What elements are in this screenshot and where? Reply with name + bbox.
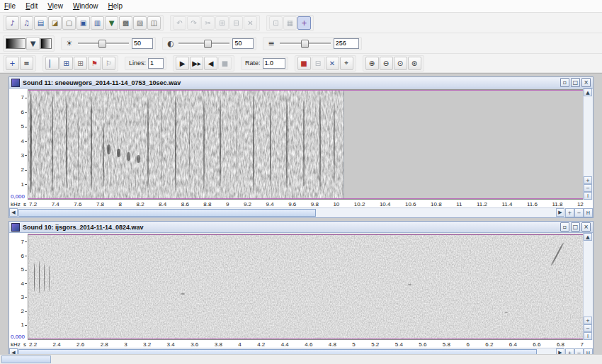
horizontal-scroll-thumb[interactable] [18, 209, 316, 217]
app-scroll-thumb[interactable] [1, 356, 51, 363]
zoom-out-vertical-button[interactable]: − [584, 324, 592, 332]
marker-icon[interactable]: ■ [297, 57, 311, 70]
menu-item[interactable]: Edit [25, 2, 38, 10]
brightness-value-input[interactable] [132, 38, 153, 49]
contrast-value-input[interactable] [232, 38, 254, 49]
play-button[interactable]: ▶ [176, 57, 189, 70]
add-line-icon[interactable]: + [6, 57, 19, 70]
resolution-value-input[interactable] [334, 38, 359, 49]
x-axis-tick: 6 [466, 341, 469, 348]
table-header-icon[interactable]: ⊞ [59, 57, 73, 70]
step-back-button[interactable]: ◀ [204, 57, 217, 70]
fit-vertical-button[interactable]: I [584, 192, 592, 200]
y-axis-tick: 3 [9, 295, 27, 300]
zoom-in-vertical-button[interactable]: + [584, 176, 592, 184]
flag-red-icon[interactable]: ⚑ [88, 57, 101, 70]
speaker-add-icon[interactable]: ♫ [20, 16, 33, 30]
y-axis-tick: 1 [9, 182, 27, 188]
vertical-scrollbar[interactable]: ▲ +−I [583, 89, 593, 200]
vertical-scrollbar[interactable]: ▲ +−I [583, 233, 593, 340]
display-toolbar: ▼ ☀ ◐ ≡ [0, 33, 602, 54]
palette-dropdown-arrow[interactable]: ▼ [26, 37, 40, 50]
fit-vertical-button[interactable]: I [584, 332, 592, 340]
brightness-slider[interactable] [78, 38, 129, 48]
import-icon[interactable]: ▼ [105, 16, 118, 30]
window-titlebar[interactable]: Sound 10: ijsgors_2014-11-14_0824.wav ▫□… [9, 222, 593, 233]
maximize-button[interactable]: □ [571, 222, 580, 232]
play-to-end-button[interactable]: ▶▸ [190, 57, 203, 70]
palette-preview[interactable] [6, 38, 25, 49]
minimize-button[interactable]: ▫ [560, 222, 569, 232]
crosshair-icon[interactable]: ⌖ [340, 57, 353, 70]
vertical-ruler-icon[interactable]: ▏ [45, 57, 59, 70]
channels-icon[interactable]: + [297, 16, 311, 30]
rate-input[interactable] [263, 58, 285, 69]
maximize-button[interactable]: □ [571, 78, 580, 87]
window-titlebar[interactable]: Sound 11: sneeuwgors_2014-11-14_0753_10s… [9, 77, 593, 89]
invert-palette-button[interactable] [40, 38, 52, 49]
spectrogram-mark [189, 108, 190, 184]
fit-horizontal-button[interactable]: H [584, 208, 593, 217]
file-toolbar-group: ♪♫▤◪▢▣▥▼▩▨◫ [3, 15, 164, 31]
zoom-in-icon[interactable]: ⊕ [365, 57, 379, 70]
scroll-right-button[interactable]: ▶ [556, 208, 564, 217]
page-setup-icon[interactable]: ▨ [133, 16, 147, 30]
spectrogram-mark [44, 263, 45, 290]
zoom-selection-icon[interactable]: ⊛ [408, 57, 421, 70]
minimize-button[interactable]: ▫ [560, 78, 569, 87]
x-axis-tick: 6.2 [485, 341, 493, 348]
scroll-up-button[interactable]: ▲ [584, 233, 592, 241]
slider-thumb[interactable] [301, 40, 309, 48]
vertical-scroll-track[interactable] [584, 96, 593, 176]
close-button[interactable]: × [581, 78, 591, 87]
app-horizontal-scrollbar[interactable] [0, 354, 602, 364]
spectrogram-mark [334, 103, 335, 183]
spectrogram[interactable] [28, 234, 584, 340]
save-as-icon[interactable]: ▥ [91, 16, 104, 30]
zoom-fit-icon[interactable]: ⊙ [394, 57, 407, 70]
zoom-out-horizontal-button[interactable]: − [574, 208, 584, 217]
spectrogram-bottom-line [28, 339, 583, 339]
spectrogram[interactable] [28, 89, 584, 200]
contrast-slider[interactable] [178, 38, 229, 48]
menu-item[interactable]: Help [108, 2, 123, 10]
x-axis-tick: 7.4 [52, 201, 59, 208]
y-axis-gutter: 7654321 0,000 [9, 89, 28, 200]
close-file-icon[interactable]: ▢ [62, 16, 76, 30]
rate-label: Rate: [245, 59, 261, 67]
scroll-up-button[interactable]: ▲ [584, 89, 592, 96]
horizontal-scrollbar[interactable]: ◀ ▶ [9, 207, 564, 217]
x-axis-tick: 11.4 [501, 201, 512, 208]
speaker-icon[interactable]: ♪ [6, 16, 19, 30]
menu-item[interactable]: View [47, 2, 63, 10]
resolution-group: ≡ [263, 37, 361, 50]
table-plain-icon[interactable]: ⊞ [74, 57, 87, 70]
lines-input[interactable] [148, 58, 164, 69]
tool-toolbar-group: ⊡▦+ [266, 15, 314, 31]
export-image-icon[interactable]: ◫ [147, 16, 161, 30]
slider-thumb[interactable] [98, 40, 106, 48]
print-icon[interactable]: ▩ [119, 16, 132, 30]
x-axis-tick: 11.6 [527, 201, 538, 208]
zoom-in-horizontal-button[interactable]: + [565, 208, 574, 217]
resolution-slider[interactable] [280, 38, 331, 48]
zoom-out-vertical-button[interactable]: − [584, 184, 592, 192]
vertical-scroll-track[interactable] [584, 241, 593, 317]
menu-item[interactable]: File [4, 2, 16, 10]
delete-selection-icon[interactable]: ✕ [326, 57, 339, 70]
slider-thumb[interactable] [204, 40, 212, 48]
open-file-icon[interactable]: ◪ [48, 16, 62, 30]
list-view-icon[interactable]: ≡ [20, 57, 33, 70]
spectrogram-mark [551, 243, 564, 266]
scroll-left-button[interactable]: ◀ [9, 208, 18, 217]
spectrogram-mark [303, 101, 305, 186]
zoom-in-vertical-button[interactable]: + [584, 317, 592, 324]
flag-gray-icon[interactable]: ⚐ [102, 57, 115, 70]
new-sound-icon[interactable]: ▤ [34, 16, 47, 30]
y-axis-tick: 4 [9, 139, 27, 144]
menu-item[interactable]: Window [73, 2, 98, 10]
save-icon[interactable]: ▣ [76, 16, 90, 30]
zoom-out-icon[interactable]: ⊖ [380, 57, 393, 70]
close-button[interactable]: × [581, 222, 591, 232]
horizontal-scroll-track[interactable] [18, 208, 556, 217]
